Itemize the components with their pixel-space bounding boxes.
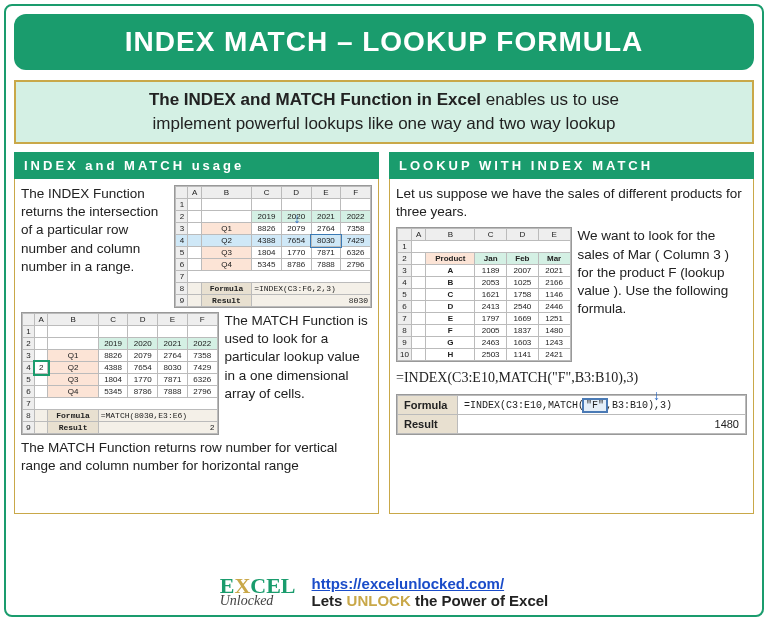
footer-tagline: Lets UNLOCK the Power of Excel [312,592,549,609]
right-body: Let us suppose we have the sales of diff… [389,179,754,514]
right-header: LOOKUP WITH INDEX MATCH [389,152,754,179]
intro-box: The INDEX and MATCH Function in Excel en… [14,80,754,144]
left-text-index: The INDEX Function returns the intersect… [21,185,168,308]
result-value: 1480 [458,415,746,434]
title-banner: INDEX MATCH – LOOKUP FORMULA [14,14,754,70]
columns: INDEX and MATCH usage The INDEX Function… [14,152,754,514]
left-header: INDEX and MATCH usage [14,152,379,179]
page-container: INDEX MATCH – LOOKUP FORMULA The INDEX a… [4,4,764,617]
footer-text: https://excelunlocked.com/ Lets UNLOCK t… [312,575,549,609]
result-box: ↓ Formula=INDEX(C3:E10,MATCH("F",B3:B10)… [396,394,747,435]
right-intro-text: Let us suppose we have the sales of diff… [396,185,747,221]
page-title: INDEX MATCH – LOOKUP FORMULA [125,26,644,57]
products-table: ABCDE 1 2ProductJanFebMar 3A118920072021… [396,227,572,362]
intro-line2: implement powerful lookups like one way … [36,114,732,134]
left-text-match: The MATCH Function is used to look for a… [225,312,372,435]
arrow-down-icon: ↓ [653,387,660,403]
intro-bold: The INDEX and MATCH Function in Excel [149,90,481,109]
result-label: Result [398,415,458,434]
result-formula-value: =INDEX(C3:E10,MATCH("F",B3:B10),3) [458,396,746,415]
intro-rest1: enables us to use [481,90,619,109]
footer: EXCEL Unlocked https://excelunlocked.com… [6,575,762,609]
formula-text: =INDEX(C3:E10,MATCH("F",B3:B10),3) [396,370,747,386]
right-instruction-text: We want to look for the sales of Mar ( C… [578,227,748,362]
logo: EXCEL Unlocked [220,577,296,608]
footer-link[interactable]: https://excelunlocked.com/ [312,575,505,592]
left-text-match-note: The MATCH Function returns row number fo… [21,439,372,475]
intro-line1: The INDEX and MATCH Function in Excel en… [36,90,732,110]
index-example-table: ↓ ABCDEF 1 22019202020212022 3Q188262079… [174,185,372,308]
match-example-table: ABCDEF 1 22019202020212022 3Q18826207927… [21,312,219,435]
left-body: The INDEX Function returns the intersect… [14,179,379,514]
result-formula-label: Formula [398,396,458,415]
right-column: LOOKUP WITH INDEX MATCH Let us suppose w… [389,152,754,514]
arrow-down-icon: ↓ [293,210,300,226]
left-column: INDEX and MATCH usage The INDEX Function… [14,152,379,514]
